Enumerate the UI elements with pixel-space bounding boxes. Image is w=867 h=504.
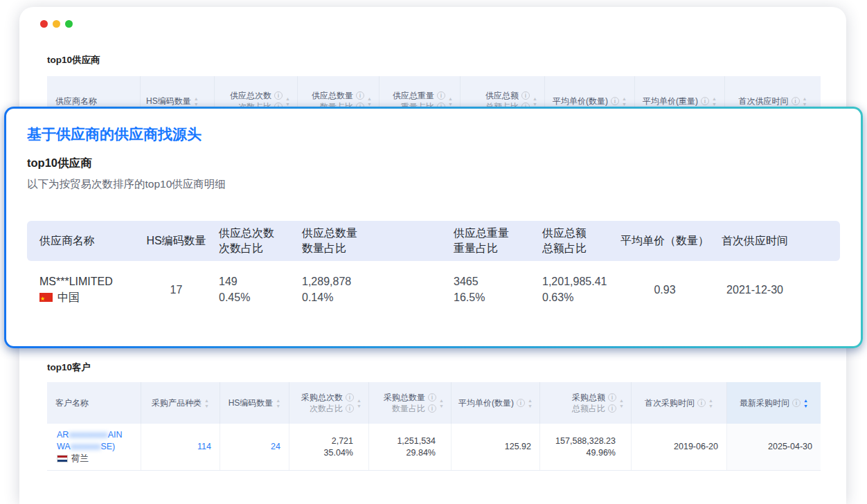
hs-code-count-cell: 17 — [134, 282, 219, 298]
supply-amount-cell: 1,201,985.41 0.63% — [542, 273, 620, 306]
customers-table: 客户名称 采购产品种类 HS编码数量 采购总次数 次数占比 — [47, 382, 821, 471]
info-icon[interactable] — [611, 97, 619, 105]
product-types-cell: 114 — [141, 424, 220, 470]
screen: top10供应商 供应商名称 HS编码数量 供应总次数 次数占比 — [0, 0, 867, 504]
sort-icon[interactable] — [285, 96, 290, 107]
window-controls — [40, 20, 73, 28]
info-icon[interactable] — [608, 404, 616, 413]
sort-icon[interactable] — [533, 96, 537, 107]
column-header-supply-quantity: 供应总数量 数量占比 — [302, 226, 454, 256]
sort-icon[interactable] — [204, 398, 209, 408]
customers-table-header: 客户名称 采购产品种类 HS编码数量 采购总次数 次数占比 — [47, 382, 821, 424]
redacted-text: xxxxxxxxx — [69, 430, 107, 440]
first-purchase-date-cell: 2019-06-20 — [632, 424, 727, 470]
maximize-window-button[interactable] — [65, 20, 73, 28]
sort-icon[interactable] — [276, 398, 280, 408]
column-header-supplier-name: 供应商名称 — [27, 233, 134, 249]
supply-times-cell: 149 0.45% — [219, 273, 302, 306]
panel-section-heading: top10供应商 — [27, 154, 840, 171]
sort-icon-active[interactable] — [803, 398, 808, 408]
overlay-table-row: MS***LIMITED 中国 17 149 0.45% 1,289,878 0… — [27, 273, 840, 306]
product-types-link[interactable]: 114 — [197, 441, 211, 453]
latest-purchase-date-cell: 2025-04-30 — [727, 424, 821, 470]
column-header-supply-weight: 供应总重量 重量占比 — [454, 226, 542, 256]
info-icon[interactable] — [697, 399, 706, 407]
minimize-window-button[interactable] — [53, 20, 60, 28]
supply-weight-cell: 3465 16.5% — [454, 273, 542, 306]
column-header-hs-code-count[interactable]: HS编码数量 — [220, 382, 289, 424]
panel-title: 基于供应商的供应商找源头 — [27, 124, 840, 145]
column-header-avg-price-quantity: 平均单价（数量） — [620, 233, 710, 249]
purchase-amount-cell: 157,588,328.23 49.96% — [540, 424, 632, 470]
column-header-supply-amount: 供应总额 总额占比 — [542, 226, 620, 256]
highlighted-panel: 基于供应商的供应商找源头 top10供应商 以下为按贸易次数排序的top10供应… — [4, 107, 863, 348]
customer-name-link[interactable]: ARxxxxxxxxxAIN — [57, 429, 132, 441]
info-icon[interactable] — [792, 97, 800, 105]
avg-price-quantity-cell: 125.92 — [452, 424, 540, 470]
column-header-purchase-times[interactable]: 采购总次数 次数占比 — [289, 382, 369, 424]
info-icon[interactable] — [517, 399, 525, 407]
column-header-product-types[interactable]: 采购产品种类 — [141, 382, 220, 424]
sort-icon[interactable] — [528, 398, 533, 408]
supplier-country: 中国 — [57, 289, 80, 305]
customer-table-row: ARxxxxxxxxxAIN WAxxxxxxxSE) 荷兰 114 24 — [47, 424, 821, 471]
supplier-name: MS***LIMITED — [39, 273, 134, 289]
netherlands-flag-icon — [57, 455, 68, 462]
customer-name-cell: ARxxxxxxxxxAIN WAxxxxxxxSE) 荷兰 — [47, 424, 141, 470]
sort-icon[interactable] — [439, 398, 444, 408]
column-header-latest-purchase-date[interactable]: 最新采购时间 — [727, 382, 821, 424]
info-icon[interactable] — [356, 91, 364, 100]
info-icon[interactable] — [792, 399, 801, 407]
customer-country: 荷兰 — [71, 453, 89, 465]
customers-section-heading: top10客户 — [47, 361, 91, 374]
info-icon[interactable] — [437, 91, 445, 100]
info-icon[interactable] — [346, 393, 354, 402]
info-icon[interactable] — [608, 393, 616, 402]
column-header-purchase-amount[interactable]: 采购总额 总额占比 — [540, 382, 632, 424]
info-icon[interactable] — [346, 404, 354, 413]
sort-icon[interactable] — [357, 398, 361, 408]
overlay-table-header: 供应商名称 HS编码数量 供应总次数 次数占比 供应总数量 数量占比 供应总重量… — [27, 221, 840, 261]
hs-code-count-link[interactable]: 24 — [271, 441, 280, 453]
info-icon[interactable] — [428, 404, 436, 413]
column-header-hs-code-count: HS编码数量 — [134, 233, 219, 249]
china-flag-icon — [39, 293, 53, 302]
column-header-first-purchase-date[interactable]: 首次采购时间 — [632, 382, 727, 424]
column-header-first-supply-date: 首次供应时间 — [710, 233, 800, 249]
column-header-purchase-quantity[interactable]: 采购总数量 数量占比 — [369, 382, 452, 424]
column-header-customer-name: 客户名称 — [47, 382, 141, 424]
supplier-name-cell: MS***LIMITED 中国 — [27, 273, 134, 306]
hs-code-count-cell: 24 — [220, 424, 289, 470]
close-window-button[interactable] — [40, 20, 48, 28]
customer-name-link[interactable]: WAxxxxxxxSE) — [57, 441, 132, 453]
redacted-text: xxxxxxx — [71, 442, 101, 451]
avg-price-quantity-cell: 0.93 — [620, 282, 710, 298]
highlighted-panel-content: 基于供应商的供应商找源头 top10供应商 以下为按贸易次数排序的top10供应… — [6, 109, 861, 346]
sort-icon[interactable] — [803, 96, 807, 107]
supply-quantity-cell: 1,289,878 0.14% — [302, 273, 454, 306]
sort-icon[interactable] — [712, 96, 717, 107]
sort-icon[interactable] — [194, 96, 199, 107]
info-icon[interactable] — [274, 91, 283, 100]
suppliers-section-heading: top10供应商 — [47, 54, 100, 66]
first-supply-date-cell: 2021-12-30 — [710, 282, 800, 298]
purchase-quantity-cell: 1,251,534 29.84% — [369, 424, 452, 470]
column-header-supply-times: 供应总次数 次数占比 — [219, 226, 302, 256]
info-icon[interactable] — [701, 97, 709, 105]
info-icon[interactable] — [521, 91, 530, 100]
panel-description: 以下为按贸易次数排序的top10供应商明细 — [27, 177, 840, 192]
info-icon[interactable] — [428, 393, 436, 402]
sort-icon[interactable] — [708, 398, 713, 408]
sort-icon[interactable] — [619, 398, 624, 408]
sort-icon[interactable] — [367, 96, 372, 107]
sort-icon[interactable] — [448, 96, 453, 107]
column-header-avg-price-quantity[interactable]: 平均单价(数量) — [452, 382, 540, 424]
sort-icon[interactable] — [622, 96, 627, 107]
purchase-times-cell: 2,721 35.04% — [289, 424, 369, 470]
